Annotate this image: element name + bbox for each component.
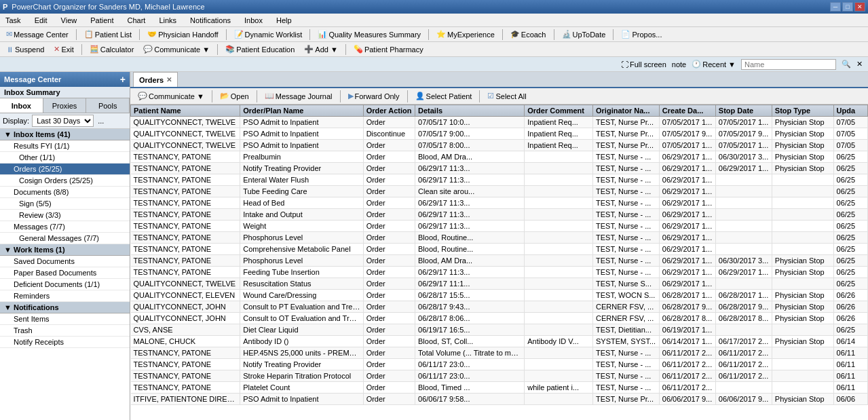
table-row[interactable]: TESTNANCY, PATONEStroke Heparin Titratio… — [131, 370, 868, 382]
table-row[interactable]: QUALITYCONNECT, TWELVEPSO Admit to Inpat… — [131, 117, 868, 128]
col-order-action[interactable]: Order Action — [363, 105, 415, 117]
col-order-plan[interactable]: Order/Plan Name — [240, 105, 363, 117]
search-icon[interactable]: 🔍 — [842, 60, 851, 69]
menu-links[interactable]: Links — [156, 15, 179, 26]
menu-chart[interactable]: Chart — [125, 15, 149, 26]
col-update[interactable]: Upda — [833, 105, 867, 117]
maximize-button[interactable]: □ — [842, 2, 853, 12]
table-row[interactable]: TESTNANCY, PATONEPhosphorus LevelOrderBl… — [131, 232, 868, 244]
saved-documents-item[interactable]: Saved Documents — [0, 256, 130, 267]
table-row[interactable]: TESTNANCY, PATONEWeightOrder06/29/17 11:… — [131, 221, 868, 232]
table-row[interactable]: TESTNANCY, PATONEComprehensive Metabolic… — [131, 244, 868, 255]
results-fyi-item[interactable]: Results FYI (1/1) — [0, 140, 130, 152]
cosign-orders-item[interactable]: Cosign Orders (25/25) — [0, 175, 130, 187]
proxies-tab[interactable]: Proxies — [43, 98, 87, 113]
inbox-tab[interactable]: Inbox — [0, 98, 43, 113]
menu-inbox[interactable]: Inbox — [242, 15, 265, 26]
other-item[interactable]: Other (1/1) — [0, 152, 130, 164]
table-row[interactable]: TESTNANCY, PATONEPhosphorus LevelOrderBl… — [131, 255, 868, 267]
patient-education-button[interactable]: 📚 Patient Education — [222, 43, 298, 55]
my-experience-button[interactable]: ⭐ MyExperience — [433, 28, 498, 40]
orders-table-container[interactable]: Patient Name Order/Plan Name Order Actio… — [130, 104, 868, 420]
pools-tab[interactable]: Pools — [86, 98, 130, 113]
message-journal-button[interactable]: 📖 Message Journal — [260, 90, 337, 102]
table-row[interactable]: QUALITYCONNECT, JOHNConsult to OT Evalua… — [131, 313, 868, 324]
dynamic-worklist-button[interactable]: 📝 Dynamic Worklist — [231, 28, 306, 40]
notifications-group[interactable]: ▼ Notifications — [0, 302, 130, 313]
table-row[interactable]: TESTNANCY, PATONENotify Treating Provide… — [131, 359, 868, 370]
menu-edit[interactable]: Edit — [32, 15, 50, 26]
forward-only-button[interactable]: ▶ Forward Only — [343, 90, 404, 102]
close-search-icon[interactable]: ✕ — [856, 60, 863, 69]
col-create-date[interactable]: Create Da... — [659, 105, 715, 117]
col-details[interactable]: Details — [415, 105, 525, 117]
uptodate-button[interactable]: 🔬 UpToDate — [559, 28, 609, 40]
inbox-items-group[interactable]: ▼ Inbox Items (41) — [0, 129, 130, 140]
display-options-button[interactable]: ... — [96, 117, 105, 125]
ecoach-button[interactable]: 🎓 Ecoach — [507, 28, 550, 40]
col-order-comment[interactable]: Order Comment — [525, 105, 593, 117]
select-all-button[interactable]: ☑ Select All — [483, 90, 531, 102]
patient-pharmacy-button[interactable]: 💊 Patient Pharmacy — [350, 43, 427, 55]
close-button[interactable]: ✕ — [854, 2, 865, 12]
menu-notifications[interactable]: Notifications — [187, 15, 233, 26]
messages-item[interactable]: Messages (7/7) — [0, 221, 130, 233]
general-messages-item[interactable]: General Messages (7/7) — [0, 233, 130, 244]
col-patient-name[interactable]: Patient Name — [131, 105, 240, 117]
reminders-item[interactable]: Reminders — [0, 290, 130, 302]
proposals-button[interactable]: 📄 Propos... — [618, 28, 665, 40]
table-row[interactable]: TESTNANCY, PATONEFeeding Tube InsertionO… — [131, 267, 868, 278]
table-row[interactable]: QUALITYCONNECT, JOHNConsult to PT Evalua… — [131, 301, 868, 313]
patient-list-button[interactable]: 📋 Patient List — [81, 28, 135, 40]
display-period-select[interactable]: Last 30 Days Last 7 Days Today — [32, 115, 94, 127]
table-row[interactable]: MALONE, CHUCKAntibody ID ()OrderBlood, S… — [131, 336, 868, 347]
review-item[interactable]: Review (3/3) — [0, 210, 130, 221]
menu-patient[interactable]: Patient — [88, 15, 116, 26]
table-row[interactable]: QUALITYCONNECT, ELEVENWound Care/Dressin… — [131, 290, 868, 301]
deficient-documents-item[interactable]: Deficient Documents (1/1) — [0, 279, 130, 290]
table-row[interactable]: TESTNANCY, PATONEHEP.45NS 25,000 units -… — [131, 347, 868, 359]
add-button[interactable]: ➕ Add ▼ — [301, 43, 341, 55]
orders-tab[interactable]: Orders ✕ — [133, 72, 178, 87]
exit-button[interactable]: ✕ Exit — [50, 43, 77, 55]
recent-button[interactable]: 🕐 Recent ▼ — [692, 60, 736, 69]
menu-task[interactable]: Task — [3, 15, 24, 26]
calculator-button[interactable]: 🧮 Calculator — [86, 43, 138, 55]
quality-measures-button[interactable]: 📊 Quality Measures Summary — [314, 28, 424, 40]
table-row[interactable]: TESTNANCY, PATONEIntake and OutputOrder0… — [131, 209, 868, 221]
message-center-button[interactable]: ✉ Message Center — [3, 28, 72, 40]
full-screen-button[interactable]: ⛶ Full screen — [621, 60, 666, 69]
select-patient-button[interactable]: 👤 Select Patient — [411, 90, 477, 102]
menu-help[interactable]: Help — [273, 15, 295, 26]
table-row[interactable]: QUALITYCONNECT, TWELVEPSO Admit to Inpat… — [131, 140, 868, 151]
minimize-button[interactable]: ─ — [830, 2, 841, 12]
inbox-add-button[interactable]: + — [120, 74, 126, 85]
sign-item[interactable]: Sign (5/5) — [0, 198, 130, 210]
col-originator[interactable]: Originator Na... — [593, 105, 660, 117]
trash-item[interactable]: Trash — [0, 325, 130, 337]
col-stop-type[interactable]: Stop Type — [772, 105, 833, 117]
documents-item[interactable]: Documents (8/8) — [0, 187, 130, 198]
table-row[interactable]: ITFIVE, PATIENTONE DIRECTADMITPSO Admit … — [131, 394, 868, 405]
sent-items-item[interactable]: Sent Items — [0, 313, 130, 325]
patient-search-input[interactable] — [741, 59, 836, 70]
work-items-group[interactable]: ▼ Work Items (1) — [0, 244, 130, 256]
menu-view[interactable]: View — [58, 15, 80, 26]
table-row[interactable]: TESTNANCY, PATONENotify Treating Provide… — [131, 163, 868, 174]
communicate-button[interactable]: 💬 Communicate ▼ — [140, 43, 213, 55]
notify-receipts-item[interactable]: Notify Receipts — [0, 337, 130, 348]
table-row[interactable]: QUALITYCONNECT, TWELVEPSO Admit to Inpat… — [131, 128, 868, 140]
open-orders-button[interactable]: 📂 Open — [215, 90, 254, 102]
communicate-orders-button[interactable]: 💬 Communicate ▼ — [133, 90, 209, 102]
table-row[interactable]: TESTNANCY, PATONEPrealbuminOrderBlood, A… — [131, 151, 868, 163]
table-row[interactable]: TESTNANCY, PATONETube Feeding CareOrderC… — [131, 186, 868, 197]
paper-based-item[interactable]: Paper Based Documents — [0, 267, 130, 279]
physician-handoff-button[interactable]: 🤝 Physician Handoff — [144, 28, 221, 40]
table-row[interactable]: TESTNANCY, PATONEPlatelet CountOrderBloo… — [131, 382, 868, 394]
table-row[interactable]: CVS, ANSEDiet Clear LiquidOrder06/19/17 … — [131, 324, 868, 336]
table-row[interactable]: QUALITYCONNECT, TWELVEResuscitation Stat… — [131, 278, 868, 290]
suspend-button[interactable]: ⏸ Suspend — [3, 44, 48, 55]
table-row[interactable]: TESTNANCY, PATONEHead of BedOrder06/29/1… — [131, 197, 868, 209]
col-stop-date[interactable]: Stop Date — [715, 105, 772, 117]
table-row[interactable]: TESTNANCY, PATONEEnteral Water FlushOrde… — [131, 174, 868, 186]
